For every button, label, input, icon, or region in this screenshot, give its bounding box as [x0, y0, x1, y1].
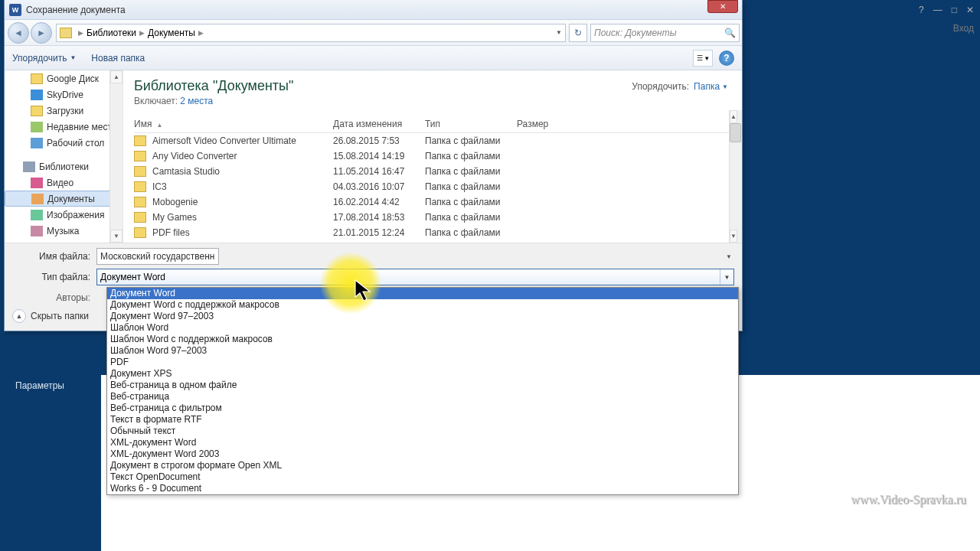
close-button[interactable]: ✕	[707, 0, 738, 13]
dropdown-option[interactable]: Шаблон Word	[107, 322, 738, 334]
dropdown-option[interactable]: Шаблон Word 97–2003	[107, 345, 738, 357]
file-list-area: Библиотека "Документы" Включает: 2 места…	[123, 70, 742, 243]
sidebar: Google ДискSkyDriveЗагрузкиНедавние мест…	[5, 70, 123, 243]
sidebar-item[interactable]: Google Диск	[5, 70, 122, 86]
dropdown-option[interactable]: Документ Word с поддержкой макросов	[107, 299, 738, 311]
column-size[interactable]: Размер	[517, 119, 578, 129]
table-row[interactable]: IC304.03.2016 10:07Папка с файлами	[134, 179, 731, 194]
sidebar-item[interactable]: SkyDrive	[5, 86, 122, 103]
dropdown-option[interactable]: Works 6 - 9 Document	[107, 483, 738, 494]
column-date[interactable]: Дата изменения	[333, 119, 425, 129]
search-input[interactable]: Поиск: Документы 🔍	[590, 24, 740, 42]
breadcrumb-item[interactable]: Документы	[148, 28, 195, 38]
dropdown-option[interactable]: Документ XPS	[107, 368, 738, 380]
sidebar-icon	[31, 90, 43, 100]
sidebar-item[interactable]: Документы	[5, 191, 122, 207]
table-row[interactable]: Any Video Converter15.08.2014 14:19Папка…	[134, 148, 731, 164]
dropdown-option[interactable]: Веб-страница	[107, 391, 738, 403]
word-app-icon: W	[9, 4, 21, 16]
authors-label: Авторы:	[12, 292, 96, 303]
login-link[interactable]: Вход	[953, 23, 974, 34]
hide-folders-button[interactable]: ▲ Скрыть папки	[12, 309, 89, 323]
folder-icon	[134, 212, 146, 223]
filetype-dropdown[interactable]: Документ WordДокумент Word с поддержкой …	[106, 287, 739, 495]
help-button[interactable]: ?	[719, 51, 734, 66]
sidebar-item[interactable]: Недавние места	[5, 119, 122, 135]
dropdown-option[interactable]: Веб-страница в одном файле	[107, 380, 738, 391]
libraries-icon	[23, 161, 35, 172]
includes-link[interactable]: 2 места	[180, 96, 213, 106]
scrollbar[interactable]: ▲ ▼	[109, 70, 122, 243]
new-folder-button[interactable]: Новая папка	[91, 53, 145, 64]
folder-icon	[134, 151, 146, 161]
dropdown-option[interactable]: XML-документ Word	[107, 437, 738, 448]
folder-icon	[60, 28, 72, 38]
dropdown-option[interactable]: Текст OpenDocument	[107, 471, 738, 483]
scrollbar[interactable]: ▲ ▼	[729, 110, 742, 243]
sort-value[interactable]: Папка	[694, 81, 720, 92]
sidebar-item[interactable]: Изображения	[5, 207, 122, 223]
titlebar: W Сохранение документа ✕	[5, 0, 742, 20]
dropdown-option[interactable]: Обычный текст	[107, 425, 738, 437]
dropdown-option[interactable]: PDF	[107, 357, 738, 368]
dropdown-option[interactable]: Веб-страница с фильтром	[107, 403, 738, 414]
sort-asc-icon: ▲	[156, 122, 162, 129]
scroll-thumb[interactable]	[730, 123, 741, 142]
chevron-down-icon[interactable]: ▼	[720, 269, 733, 285]
sidebar-item[interactable]: Музыка	[5, 223, 122, 239]
breadcrumb[interactable]: ▶ Библиотеки ▶ Документы ▶ ▼	[56, 24, 566, 42]
column-type[interactable]: Тип	[425, 119, 517, 129]
close-app-icon[interactable]: ✕	[966, 5, 974, 15]
restore-icon[interactable]: □	[952, 5, 957, 15]
nav-forward-button[interactable]: ►	[31, 22, 52, 44]
dropdown-option[interactable]: Шаблон Word с поддержкой макросов	[107, 334, 738, 345]
folder-icon	[134, 181, 146, 192]
params-label[interactable]: Параметры	[15, 380, 64, 391]
sidebar-item[interactable]: Загрузки	[5, 103, 122, 119]
sidebar-icon	[31, 210, 43, 220]
scroll-down-icon[interactable]: ▼	[730, 230, 737, 243]
table-row[interactable]: Camtasia Studio11.05.2014 16:47Папка с ф…	[134, 164, 731, 179]
organize-button[interactable]: Упорядочить▼	[12, 53, 76, 64]
toolbar: Упорядочить▼ Новая папка ☰ ▾ ?	[5, 46, 742, 70]
column-headers: Имя▲ Дата изменения Тип Размер	[134, 116, 731, 133]
dropdown-option[interactable]: Документ в строгом формате Open XML	[107, 460, 738, 471]
minimize-icon[interactable]: —	[933, 5, 942, 15]
filename-label: Имя файла:	[12, 251, 96, 262]
scroll-down-icon[interactable]: ▼	[110, 230, 122, 243]
sidebar-icon	[31, 178, 43, 188]
help-icon[interactable]: ?	[919, 5, 924, 15]
nav-back-button[interactable]: ◄	[8, 22, 29, 44]
scroll-up-icon[interactable]: ▲	[110, 70, 122, 83]
chevron-down-icon[interactable]: ▼	[556, 29, 562, 36]
dropdown-option[interactable]: XML-документ Word 2003	[107, 448, 738, 460]
chevron-down-icon[interactable]: ▼	[726, 253, 732, 260]
watermark: www.Video-Spravka.ru	[851, 493, 966, 507]
filetype-select[interactable]: Документ Word ▼	[96, 269, 734, 285]
navbar: ◄ ► ▶ Библиотеки ▶ Документы ▶ ▼ ↻ Поиск…	[5, 20, 742, 46]
view-options-button[interactable]: ☰ ▾	[693, 50, 713, 67]
breadcrumb-item[interactable]: Библиотеки	[87, 28, 136, 38]
sidebar-libraries[interactable]: Библиотеки	[5, 158, 122, 174]
folder-icon	[134, 197, 146, 207]
table-row[interactable]: PDF files21.01.2015 12:24Папка с файлами	[134, 225, 731, 240]
table-row[interactable]: Mobogenie16.02.2014 4:42Папка с файлами	[134, 194, 731, 210]
sidebar-item[interactable]: Видео	[5, 174, 122, 191]
search-placeholder: Поиск: Документы	[594, 28, 677, 38]
chevron-down-icon[interactable]: ▼	[722, 83, 728, 90]
sidebar-item[interactable]: Рабочий стол	[5, 135, 122, 151]
filename-input[interactable]	[96, 248, 219, 265]
table-row[interactable]: My Games17.08.2014 18:53Папка с файлами	[134, 210, 731, 225]
dropdown-option[interactable]: Документ Word	[107, 288, 738, 299]
table-row[interactable]: Aimersoft Video Converter Ultimate26.08.…	[134, 133, 731, 148]
scroll-up-icon[interactable]: ▲	[730, 110, 737, 123]
main-area: Google ДискSkyDriveЗагрузкиНедавние мест…	[5, 70, 742, 243]
filetype-label: Тип файла:	[12, 272, 96, 282]
refresh-button[interactable]: ↻	[569, 24, 587, 42]
dropdown-option[interactable]: Документ Word 97–2003	[107, 311, 738, 322]
search-icon[interactable]: 🔍	[724, 28, 736, 38]
dropdown-option[interactable]: Текст в формате RTF	[107, 414, 738, 425]
column-name[interactable]: Имя▲	[134, 119, 333, 129]
chevron-up-icon: ▲	[12, 309, 26, 323]
sort-control: Упорядочить: Папка ▼	[632, 81, 728, 92]
